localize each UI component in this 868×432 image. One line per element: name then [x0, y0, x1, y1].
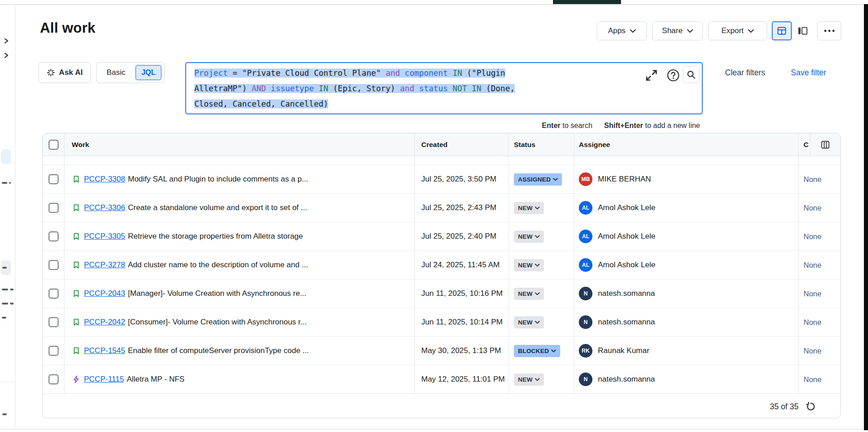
issue-title[interactable]: Create a standalone volume and export it…	[128, 203, 307, 212]
table-row: PCCP-2042 [Consumer]- Volume Creation wi…	[43, 308, 840, 337]
row-checkbox[interactable]	[49, 203, 59, 213]
sidebar-item-fragment[interactable]	[9, 182, 11, 184]
story-icon	[72, 232, 81, 241]
issue-key-link[interactable]: PCCP-1545	[84, 346, 125, 355]
status-badge[interactable]: ASSIGNED	[514, 173, 562, 186]
save-filter-button[interactable]: Save filter	[791, 68, 826, 78]
chevron-right-icon[interactable]	[3, 38, 10, 44]
issue-key-link[interactable]: PCCP-3308	[84, 175, 125, 184]
sidebar-item-fragment[interactable]	[2, 289, 8, 290]
table-header-row: Work Created Status Assignee C	[43, 133, 840, 156]
avatar: N	[579, 287, 592, 300]
ai-sparkle-icon	[47, 69, 55, 77]
status-badge[interactable]: NEW	[514, 259, 544, 271]
status-badge[interactable]: NEW	[514, 231, 544, 243]
created-date: May 12, 2025, 11:01 PM	[421, 375, 505, 384]
status-badge[interactable]: NEW	[514, 316, 544, 329]
issue-key-link[interactable]: PCCP-3278	[84, 260, 125, 270]
more-actions-button[interactable]	[817, 21, 841, 40]
row-checkbox[interactable]	[49, 346, 59, 356]
clear-filters-button[interactable]: Clear filters	[725, 68, 765, 78]
row-checkbox[interactable]	[49, 231, 59, 241]
table-row: PCCP-1545 Enable filter of computeServer…	[43, 337, 840, 365]
list-view-toggle[interactable]	[772, 21, 792, 40]
table-row: PCCP-2043 [Manager]- Volume Creation wit…	[43, 280, 840, 308]
issue-key-link[interactable]: PCCP-2043	[84, 289, 125, 298]
avatar: AL	[579, 201, 592, 215]
more-icon	[824, 29, 835, 32]
issue-title[interactable]: [Consumer]- Volume Creation with Asynchr…	[128, 318, 307, 327]
status-label: NEW	[518, 376, 533, 383]
basic-mode-tab[interactable]: Basic	[97, 68, 135, 77]
columns-icon	[820, 140, 830, 150]
sidebar-item-fragment[interactable]	[2, 317, 6, 319]
issue-key-link[interactable]: PCCP-1115	[84, 375, 124, 384]
ask-ai-button[interactable]: Ask AI	[39, 62, 91, 83]
avatar: N	[579, 315, 592, 329]
status-badge[interactable]: NEW	[514, 288, 544, 300]
column-header-work: Work	[72, 141, 89, 149]
epic-icon	[72, 375, 81, 384]
table-row: PCCP-3308 Modify SAL and Plugin to inclu…	[43, 165, 840, 194]
created-date: Jun 11, 2025, 10:16 PM	[421, 289, 503, 298]
row-checkbox[interactable]	[49, 289, 59, 299]
extra-field-value: None	[804, 175, 821, 184]
sidebar-item-fragment[interactable]	[2, 267, 7, 269]
issue-key-link[interactable]: PCCP-3305	[84, 232, 125, 241]
row-checkbox[interactable]	[49, 374, 59, 384]
status-badge[interactable]: NEW	[514, 373, 544, 386]
expand-icon[interactable]	[645, 69, 658, 82]
extra-field-value: None	[804, 318, 821, 327]
jql-mode-tab[interactable]: JQL	[135, 65, 162, 80]
assignee-name: Amol Ashok Lele	[598, 203, 656, 212]
apps-button[interactable]: Apps	[597, 21, 647, 40]
sidebar-item-fragment[interactable]	[2, 303, 8, 304]
issue-title[interactable]: Add cluster name to the description of v…	[128, 260, 308, 270]
table-row: PCCP-1115 Alletra MP - NFS May 12, 2025,…	[43, 365, 840, 394]
issue-title[interactable]: Enable filter of computeServer provision…	[128, 346, 309, 355]
row-checkbox[interactable]	[49, 317, 59, 327]
search-button[interactable]	[683, 66, 700, 83]
column-settings-button[interactable]	[810, 133, 840, 156]
chevron-down-icon	[748, 29, 754, 33]
help-icon[interactable]	[666, 69, 680, 82]
avatar: MB	[579, 172, 592, 186]
status-label: NEW	[518, 319, 533, 326]
refresh-icon	[805, 401, 816, 412]
chevron-down-icon	[535, 292, 540, 295]
issue-key-link[interactable]: PCCP-3306	[84, 203, 125, 212]
apps-button-label: Apps	[608, 26, 626, 35]
sidebar-item-fragment[interactable]	[2, 182, 7, 184]
extra-field-value: None	[804, 347, 821, 355]
select-all-checkbox[interactable]	[49, 140, 59, 150]
column-header-created: Created	[421, 141, 448, 149]
row-checkbox[interactable]	[49, 174, 59, 184]
issue-title[interactable]: Modify SAL and Plugin to include comment…	[128, 175, 308, 184]
created-date: May 30, 2025, 1:13 PM	[421, 346, 501, 355]
assignee-name: natesh.somanna	[598, 318, 655, 327]
detail-view-toggle[interactable]	[794, 21, 812, 40]
row-checkbox[interactable]	[49, 260, 59, 270]
issue-title[interactable]: Retrieve the storage properties from All…	[128, 232, 303, 241]
issue-title[interactable]: [Manager]- Volume Creation with Asynchro…	[128, 289, 306, 298]
chevron-right-icon[interactable]	[3, 52, 10, 59]
sidebar-item-fragment[interactable]	[10, 303, 14, 304]
column-header-status: Status	[514, 141, 535, 149]
issue-title[interactable]: Alletra MP - NFS	[127, 375, 184, 384]
export-button[interactable]: Export	[708, 21, 767, 40]
created-date: Jul 24, 2025, 11:45 AM	[421, 260, 500, 270]
query-mode-switch: Basic JQL	[96, 62, 165, 83]
issue-key-link[interactable]: PCCP-2042	[84, 318, 125, 327]
status-badge[interactable]: BLOCKED	[514, 345, 560, 357]
story-icon	[72, 318, 81, 327]
share-button-label: Share	[662, 26, 682, 35]
refresh-button[interactable]	[805, 401, 817, 412]
sidebar-item-active[interactable]	[1, 149, 11, 164]
sidebar-item-fragment[interactable]	[10, 289, 14, 290]
avatar: AL	[579, 258, 592, 272]
scrolled-row-sliver	[43, 156, 840, 165]
jql-input[interactable]: Project = "Private Cloud Control Plane" …	[185, 62, 703, 114]
sidebar-item-fragment[interactable]	[2, 413, 7, 415]
status-badge[interactable]: NEW	[514, 202, 544, 214]
share-button[interactable]: Share	[652, 21, 703, 40]
